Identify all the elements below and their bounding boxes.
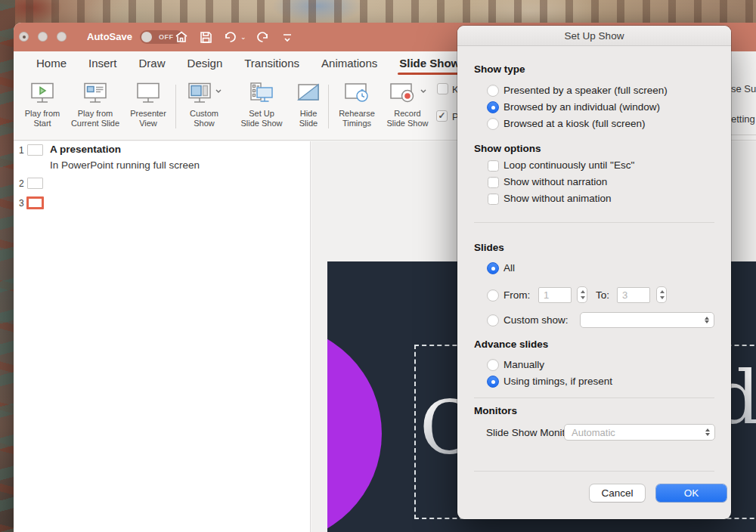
record-slide-show-button[interactable]: Record Slide Show (382, 82, 433, 128)
slides-from-radio[interactable] (487, 289, 499, 302)
divider (474, 397, 714, 398)
dropdown-arrows-icon (704, 425, 711, 440)
purple-circle-shape[interactable] (327, 324, 382, 532)
ok-button[interactable]: OK (656, 484, 727, 502)
dialog-titlebar[interactable]: Set Up Show (457, 26, 731, 46)
more-icon[interactable] (280, 29, 295, 45)
keep-slides-updated-checkbox[interactable] (437, 83, 448, 94)
browsed-at-kiosk-radio[interactable] (487, 118, 499, 130)
play-from-current-slide-button[interactable]: Play from Current Slide (67, 82, 124, 128)
from-stepper[interactable] (577, 286, 587, 303)
ribbon-separator (328, 85, 329, 128)
to-label: To: (596, 289, 609, 301)
checkmark-icon: ✓ (438, 110, 445, 121)
show-options-header: Show options (474, 143, 541, 154)
slide-number: 2 (19, 178, 24, 189)
using-timings-label[interactable]: Using timings, if present (503, 376, 612, 387)
autosave-state: OFF (159, 33, 174, 41)
show-without-animation-checkbox[interactable] (488, 193, 499, 205)
presenter-view-icon (135, 82, 162, 109)
custom-show-label: Custom show: (503, 314, 569, 326)
divider (474, 222, 714, 223)
presented-by-speaker-label[interactable]: Presented by a speaker (full screen) (503, 85, 668, 96)
from-label: From: (503, 289, 530, 301)
slide-show-monitor-dropdown[interactable]: Automatic (564, 424, 715, 441)
show-without-animation-label[interactable]: Show without animation (503, 193, 612, 204)
custom-show-button[interactable]: Custom Show (181, 82, 228, 128)
tab-design[interactable]: Design (187, 57, 223, 71)
undo-chevron-icon[interactable]: ⌄ (240, 33, 246, 41)
loop-continuously-checkbox[interactable] (488, 160, 499, 172)
custom-show-icon (186, 82, 222, 109)
loop-continuously-label[interactable]: Loop continuously until "Esc" (503, 159, 634, 171)
tab-transitions[interactable]: Transitions (244, 57, 299, 71)
rehearse-timings-icon (342, 82, 371, 109)
slides-header: Slides (474, 242, 504, 253)
subtitle-settings-label-fragment: etting (731, 113, 755, 125)
button-label: Play from (25, 109, 60, 119)
tab-insert[interactable]: Insert (88, 57, 117, 71)
redo-icon[interactable] (256, 29, 271, 45)
cancel-button[interactable]: Cancel (590, 484, 645, 502)
custom-show-dropdown[interactable] (580, 312, 714, 328)
browsed-by-individual-radio[interactable] (487, 101, 499, 113)
browsed-at-kiosk-label[interactable]: Browsed at a kiosk (full screen) (503, 118, 646, 129)
slide-number: 1 (19, 145, 24, 156)
browsed-by-individual-label[interactable]: Browsed by an individual (window) (503, 101, 660, 113)
zoom-icon[interactable] (57, 32, 67, 42)
using-timings-radio[interactable] (487, 376, 499, 388)
play-from-start-icon (29, 82, 56, 109)
screen: AutoSave OFF (0, 0, 756, 532)
slide-2-thumbnail[interactable] (27, 178, 43, 189)
from-field[interactable]: 1 (538, 287, 572, 303)
slide-number: 3 (19, 198, 24, 209)
dialog-title: Set Up Show (565, 30, 624, 42)
save-icon[interactable] (198, 29, 213, 45)
autosave-label: AutoSave (87, 31, 132, 42)
play-from-start-button[interactable]: Play from Start (18, 82, 67, 128)
use-subtitles-label-fragment: se Sub (731, 83, 756, 94)
close-icon[interactable] (19, 32, 29, 42)
manually-radio[interactable] (487, 359, 499, 371)
tab-home[interactable]: Home (36, 57, 67, 71)
show-without-narration-label[interactable]: Show without narration (503, 176, 607, 187)
to-field[interactable]: 3 (617, 287, 650, 303)
minimize-icon[interactable] (38, 32, 48, 42)
manually-label[interactable]: Manually (503, 359, 544, 370)
home-icon[interactable] (174, 29, 189, 45)
tab-slide-show[interactable]: Slide Show (399, 57, 460, 71)
slide-1-body-text[interactable]: In PowerPoint running full screen (50, 159, 200, 171)
ribbon-separator (730, 135, 756, 135)
advance-slides-header: Advance slides (474, 339, 548, 350)
desktop-wallpaper-top (0, 0, 756, 26)
hide-slide-button[interactable]: Hide Slide (292, 82, 325, 128)
custom-show-radio[interactable] (487, 314, 499, 326)
to-stepper[interactable] (656, 286, 667, 303)
set-up-slide-show-icon (247, 82, 276, 109)
undo-icon[interactable] (222, 29, 237, 45)
tab-draw[interactable]: Draw (139, 57, 166, 71)
set-up-show-dialog: Set Up Show Show type Presented by a spe… (457, 26, 731, 519)
slides-all-label[interactable]: All (503, 262, 515, 274)
hide-slide-icon (295, 82, 322, 109)
presenter-view-button[interactable]: Presenter View (125, 82, 171, 128)
record-slide-show-icon (388, 82, 427, 109)
presented-by-speaker-radio[interactable] (487, 85, 499, 97)
play-from-current-slide-icon (82, 82, 109, 109)
monitors-header: Monitors (474, 405, 517, 416)
slides-all-radio[interactable] (487, 262, 499, 274)
slide-1-thumbnail[interactable] (27, 144, 43, 156)
show-without-narration-checkbox[interactable] (488, 177, 499, 188)
slide-1-title[interactable]: A presentation (50, 144, 121, 155)
rehearse-timings-button[interactable]: Rehearse Timings (333, 82, 381, 128)
monitor-dropdown-value: Automatic (572, 427, 615, 438)
desktop-wallpaper-left (0, 0, 15, 532)
divider (474, 471, 714, 472)
slide-3-thumbnail[interactable] (26, 196, 44, 209)
set-up-slide-show-button[interactable]: Set Up Slide Show (233, 82, 290, 128)
outline-panel: 1 A presentation In PowerPoint running f… (14, 141, 311, 532)
dropdown-arrows-icon (703, 313, 711, 327)
show-type-header: Show type (474, 63, 525, 75)
play-narrations-checkbox[interactable]: ✓ (436, 110, 448, 122)
tab-animations[interactable]: Animations (321, 57, 377, 71)
